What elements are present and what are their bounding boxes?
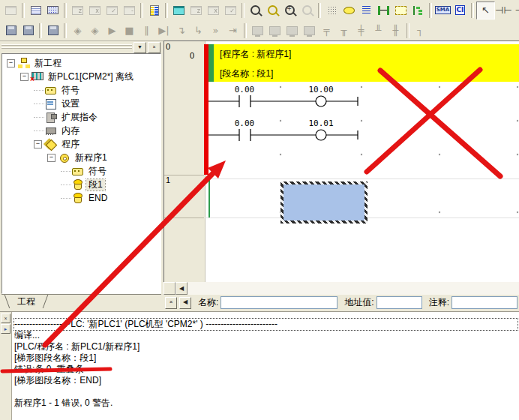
auto-online-button[interactable]: ◈ <box>86 22 104 39</box>
monitor-window-1-button[interactable] <box>249 22 266 39</box>
pause-button[interactable]: ‖ <box>138 22 155 39</box>
show-rung-comments-button[interactable] <box>358 2 375 19</box>
run-mode-button[interactable]: ▶ <box>104 22 121 39</box>
tree-expander[interactable]: − <box>7 59 15 68</box>
output-window-button[interactable]: z <box>188 2 205 19</box>
ladder-canvas[interactable]: 0 0 1 [程序名 : 新程序1] [段名称 : 段1] <box>164 40 519 282</box>
tree-item-label: 程序 <box>59 139 82 150</box>
comment-input[interactable] <box>452 296 518 309</box>
output-line[interactable]: ---------------- PLC: '新PLC1' (PLC机型 'CP… <box>14 319 518 330</box>
tree-item-end[interactable]: END <box>2 191 160 205</box>
work-online-button[interactable]: ◈ <box>69 22 86 39</box>
compare-with-plc-button[interactable]: ✓ <box>104 2 121 19</box>
tree-item-label: 符号 <box>59 85 82 96</box>
tree-item-new-program1[interactable]: −新程序1 <box>2 151 160 164</box>
sma-library-button[interactable]: SMA <box>434 2 452 19</box>
force-set-button[interactable]: ╪ <box>352 22 370 39</box>
output-line[interactable]: [梯形图段名称：END] <box>14 375 518 386</box>
output-line[interactable]: [PLC/程序名 : 新PLC1/新程序1] <box>14 341 518 352</box>
upload-from-plc-button[interactable]: x <box>86 2 104 19</box>
output-text-area[interactable]: ---------------- PLC: '新PLC1' (PLC机型 'CP… <box>12 312 519 420</box>
selection-mode-button[interactable]: ↖ <box>476 2 495 20</box>
tree-item-new-project[interactable]: −新工程 <box>2 56 160 70</box>
zoom-in-button[interactable] <box>247 2 264 19</box>
show-comments-button[interactable] <box>340 2 358 19</box>
transfer-from-plc-button[interactable] <box>20 22 37 39</box>
download-to-plc-button[interactable]: z <box>69 2 86 19</box>
output-next-error-button[interactable]: ▸ <box>1 324 10 334</box>
pulse-monitor-button[interactable]: ╥ <box>335 22 352 39</box>
zoom-100-button[interactable]: + <box>281 2 298 19</box>
panel-close-button[interactable]: × <box>148 42 160 53</box>
monitor-window-4-button[interactable] <box>301 22 318 39</box>
info-bar-back-button[interactable]: ◀ <box>179 297 191 309</box>
tree-expander[interactable]: − <box>34 140 42 148</box>
partial-transfer-button[interactable]: - <box>121 2 138 19</box>
transfer-to-plc-button[interactable] <box>2 22 20 39</box>
output-close-button[interactable]: × <box>1 314 10 323</box>
step-run-button[interactable]: ▶| <box>155 22 172 39</box>
show-program-info-button[interactable] <box>392 2 410 19</box>
output-line[interactable]: 编译... <box>14 330 518 341</box>
cross-reference-window-button[interactable]: x <box>205 2 222 19</box>
ci-button[interactable]: CI <box>452 2 469 19</box>
tree-expander[interactable]: − <box>20 73 28 81</box>
force-cancel-button[interactable]: ╫ <box>387 22 404 39</box>
new-closed-contact-button[interactable]: ⊣/ <box>512 2 519 19</box>
tree-expander[interactable]: − <box>47 154 56 162</box>
scrollbar-track[interactable] <box>188 282 519 295</box>
settings-icon <box>44 98 56 109</box>
panel-dropdown-button[interactable]: ▼ <box>134 42 146 53</box>
contact-1[interactable] <box>239 129 250 141</box>
coil-1[interactable] <box>316 130 326 140</box>
contact-0[interactable] <box>239 95 250 107</box>
vertical-connector-button[interactable]: ┐ <box>412 22 429 39</box>
output-line[interactable]: 新程序1 - 1 错误, 0 警告. <box>14 398 518 409</box>
output-line[interactable] <box>14 386 518 398</box>
scroll-left-button[interactable]: ◀ <box>176 282 188 295</box>
step-out-button[interactable]: ↳ <box>190 22 207 39</box>
toggle-project-tree-button[interactable] <box>410 2 427 19</box>
scan-run-button[interactable]: ⇥ <box>224 22 242 39</box>
tree-guide-line <box>34 130 44 131</box>
force-reset-button[interactable]: ╨ <box>370 22 387 39</box>
tree-item-settings[interactable]: 设置 <box>2 97 160 110</box>
window-tool-button[interactable] <box>2 2 20 19</box>
address-input[interactable] <box>376 296 422 309</box>
toolbar-row-1: zx✓-zx✓+SMACI↖⊣⊢⊣/ <box>0 0 519 21</box>
name-input[interactable] <box>220 296 338 309</box>
zoom-out-button[interactable] <box>298 2 316 19</box>
section-list-button[interactable] <box>146 2 163 19</box>
transfer-settings-button[interactable] <box>44 2 62 19</box>
coil-0[interactable] <box>316 96 326 106</box>
grid-toggle-button[interactable] <box>323 2 340 19</box>
monitor-grid-button[interactable] <box>375 2 392 19</box>
toolbar-row-2: ◈◈▶■‖▶|↴↳»⇥╤╥╪╨╫┐ <box>0 20 519 41</box>
tree-item-section1[interactable]: 段1 <box>2 178 160 191</box>
tab-project[interactable]: 工程 <box>4 295 48 309</box>
tree-item-programs[interactable]: −程序 <box>2 137 160 151</box>
differential-monitor-button[interactable]: ╤ <box>318 22 335 39</box>
verify-with-plc-button[interactable] <box>44 22 62 39</box>
output-line[interactable]: 错误:条 0 -重叠条 <box>14 364 518 375</box>
monitor-window-3-button[interactable] <box>284 22 301 39</box>
tree-item-symbols[interactable]: 符号 <box>2 83 160 97</box>
continuous-step-button[interactable]: » <box>207 22 224 39</box>
panel-drag-grip[interactable] <box>2 44 132 50</box>
watch-window-button[interactable] <box>170 2 188 19</box>
step-into-button[interactable]: ↴ <box>172 22 190 39</box>
info-bar-close-button[interactable]: × <box>165 297 177 309</box>
output-line[interactable]: [梯形图段名称：段1] <box>14 352 518 364</box>
zoom-to-selection-button[interactable] <box>264 2 281 19</box>
tree-item-memory[interactable]: 内存 <box>2 124 160 137</box>
tree-item-new-plc1[interactable]: −新PLC1[CPM2*] 离线 <box>2 70 160 83</box>
monitor-window-2-button[interactable] <box>266 22 284 39</box>
selected-cell[interactable] <box>280 182 368 224</box>
address-reference-window-button[interactable]: ✓ <box>222 2 239 19</box>
compile-program-button[interactable] <box>27 2 44 19</box>
tree-item-expansion-instructions[interactable]: 扩展指令 <box>2 110 160 124</box>
new-contact-button[interactable]: ⊣⊢ <box>495 2 512 19</box>
tree-item-label: 新PLC1[CPM2*] 离线 <box>46 71 136 82</box>
tree-item-program-symbols[interactable]: 符号 <box>2 164 160 178</box>
stop-mode-button[interactable]: ■ <box>121 22 138 39</box>
